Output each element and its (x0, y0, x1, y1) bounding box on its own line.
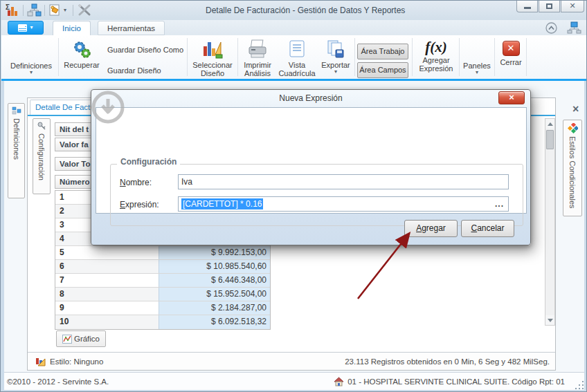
row-value-cell: $ 15.952.504,00 (159, 288, 270, 301)
row-number-cell: 10 (55, 315, 159, 329)
divider (44, 5, 45, 16)
window-status-bar: ©2010 - 2012 - Servinte S.A. 01 - HOSPIT… (4, 372, 584, 390)
chevron-down-icon: ▾ (30, 25, 33, 30)
network-icon[interactable] (566, 21, 581, 34)
estilo-status: Estilo: Ninguno (50, 357, 103, 366)
hierarchy-icon[interactable] (27, 3, 42, 17)
table-row[interactable]: 5 $ 9.992.153,00 (55, 246, 270, 260)
sigma-chart-icon[interactable]: Σ (6, 3, 21, 17)
groupbox-label: Configuración (117, 157, 180, 167)
tab-herramientas[interactable]: Herramientas (98, 21, 165, 35)
sidebar-tab-definiciones[interactable]: Definiciones (8, 103, 25, 198)
registros-status: 23.113 Registros obtenidos en 0 Min, 6 S… (345, 357, 550, 366)
grid-view-icon (287, 39, 307, 59)
gears-icon (72, 39, 91, 59)
collapse-ribbon-icon[interactable] (545, 22, 557, 34)
close-red-icon: ✕ (503, 41, 520, 56)
hierarchy-icon (12, 106, 21, 115)
home-icon (334, 377, 344, 386)
table-row[interactable]: 10 $ 6.092.518,32 (55, 315, 270, 329)
cancelar-button[interactable]: Cancelar (461, 220, 514, 237)
ribbon-tab-row: ▾ Inicio Herramientas (1, 20, 587, 35)
chart-design-icon (202, 39, 223, 59)
selected-expression-text: [CARDETTOT] * 0.16 (181, 198, 263, 209)
triangle-up-icon (548, 122, 553, 126)
area-campos-button[interactable]: Área Campos (357, 62, 408, 78)
agregar-button[interactable]: Agregar (404, 220, 458, 237)
row-number-cell: 9 (55, 301, 159, 315)
company-text: 01 - HOSPITAL SERVINTE CLINICAL SUITE. C… (347, 377, 565, 386)
application-menu-button[interactable]: ▾ (8, 21, 44, 35)
printer-icon (247, 39, 268, 59)
exportar-button[interactable]: Exportar ▾ (318, 39, 353, 75)
cerrar-button[interactable]: ✕ Cerrar (497, 41, 525, 66)
line-chart-icon (62, 335, 72, 344)
dialog-content: Configuración Nombre: Iva Expresión: [CA… (96, 107, 527, 214)
close-document-icon[interactable]: × (572, 103, 579, 115)
scroll-down-button[interactable] (545, 315, 554, 325)
row-number-cell: 7 (55, 274, 159, 287)
guardar-diseno-como-button[interactable]: Guardar Diseño Como (107, 45, 183, 55)
sidebar-tab-configuracion[interactable]: Configuración (33, 118, 51, 194)
sidebar-tab-estilos-condicionales[interactable]: Estilos Condicionales (563, 120, 582, 216)
guardar-diseno-button[interactable]: Guardar Diseño (107, 66, 161, 75)
circle-down-arrow-watermark (90, 89, 126, 125)
tools-icon[interactable] (78, 3, 91, 17)
row-value-cell: $ 9.992.153,00 (159, 246, 270, 259)
table-row[interactable]: 9 $ 2.184.287,00 (55, 301, 270, 315)
agregar-expresion-button[interactable]: f(x) Agregar Expresión (415, 39, 458, 73)
minimize-icon (524, 7, 531, 9)
fx-icon: f(x) (415, 39, 458, 56)
key-icon (37, 122, 46, 131)
dialog-title: Nueva Expresión (91, 93, 530, 103)
menu-icon (18, 24, 27, 32)
divider (73, 5, 73, 16)
definiciones-button[interactable]: Definiciones ▾ (5, 62, 57, 75)
style-icon (35, 357, 46, 366)
expresion-label: Expresión: (120, 200, 159, 209)
configuracion-groupbox (110, 164, 523, 226)
paneles-button[interactable]: Paneles ▾ (461, 62, 493, 75)
scrollbar-thumb[interactable] (546, 130, 554, 149)
title-bar: Σ ▾ Detalle De Facturación - Gestión de … (1, 1, 587, 20)
ribbon: Definiciones ▾ Recuperar Guardar Diseño … (1, 35, 587, 79)
close-window-button[interactable]: ✕ (561, 1, 584, 12)
row-number-cell: 6 (55, 260, 159, 273)
area-trabajo-button[interactable]: Área Trabajo (357, 44, 408, 59)
row-value-cell: $ 10.985.540,60 (159, 260, 270, 273)
row-number-cell: 5 (55, 246, 159, 259)
scroll-up-button[interactable] (545, 119, 554, 129)
svg-text:Σ: Σ (6, 3, 10, 11)
restore-icon (546, 3, 552, 9)
row-value-cell: $ 6.092.518,32 (159, 315, 270, 329)
minimize-button[interactable] (516, 1, 538, 12)
recuperar-button[interactable]: Recuperar (61, 39, 102, 69)
resize-grip[interactable] (573, 379, 584, 389)
nueva-expresion-dialog: Nueva Expresión × Configuración Nombre: … (91, 89, 531, 245)
chevron-down-icon[interactable]: ▾ (64, 7, 66, 13)
chevron-down-icon: ▾ (318, 69, 353, 75)
row-number-cell: 8 (55, 288, 159, 301)
chevron-down-icon: ▾ (5, 70, 57, 75)
table-row[interactable]: 8 $ 15.952.504,00 (55, 288, 270, 301)
table-row[interactable]: 7 $ 6.446.348,00 (55, 274, 270, 288)
format-page-icon[interactable] (48, 3, 62, 17)
imprimir-analisis-button[interactable]: Imprimir Análisis (239, 39, 276, 77)
nombre-input[interactable]: Iva (178, 174, 509, 189)
restore-button[interactable] (539, 1, 560, 12)
tab-inicio[interactable]: Inicio (53, 21, 91, 35)
copyright-text: ©2010 - 2012 - Servinte S.A. (7, 377, 109, 386)
triangle-down-icon (548, 319, 553, 322)
expresion-input[interactable]: [CARDETTOT] * 0.16 ... (178, 196, 509, 212)
expression-ellipsis-button[interactable]: ... (495, 197, 504, 211)
divider (23, 5, 24, 16)
grafico-button[interactable]: Gráfico (56, 330, 106, 347)
vista-cuadricula-button[interactable]: Vista Cuadrícula (276, 39, 318, 77)
dialog-close-button[interactable]: × (498, 91, 525, 104)
nombre-label: Nombre: (120, 178, 152, 187)
table-row[interactable]: 6 $ 10.985.540,60 (55, 260, 270, 274)
seleccionar-diseno-button[interactable]: Seleccionar Diseño (190, 39, 235, 77)
application-window: Σ ▾ Detalle De Facturación - Gestión de … (0, 0, 587, 392)
vertical-scrollbar[interactable] (545, 118, 555, 326)
row-value-cell: $ 2.184.287,00 (159, 301, 270, 315)
